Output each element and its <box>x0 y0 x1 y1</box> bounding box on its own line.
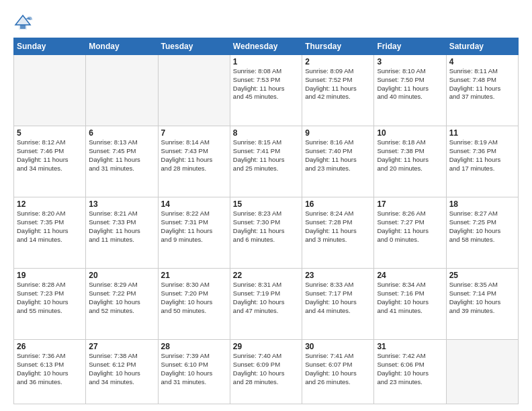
day-info: Sunrise: 8:29 AM Sunset: 7:22 PM Dayligh… <box>89 281 154 315</box>
calendar-day-18: 18Sunrise: 8:27 AM Sunset: 7:25 PM Dayli… <box>446 197 518 269</box>
calendar-day-3: 3Sunrise: 8:10 AM Sunset: 7:50 PM Daylig… <box>374 55 446 126</box>
day-number: 15 <box>233 199 299 209</box>
day-info: Sunrise: 8:27 AM Sunset: 7:25 PM Dayligh… <box>449 210 515 244</box>
day-info: Sunrise: 8:13 AM Sunset: 7:45 PM Dayligh… <box>89 138 154 173</box>
day-number: 10 <box>377 128 443 138</box>
day-info: Sunrise: 8:09 AM Sunset: 7:52 PM Dayligh… <box>305 67 371 101</box>
day-info: Sunrise: 8:12 AM Sunset: 7:46 PM Dayligh… <box>17 138 83 173</box>
day-number: 4 <box>449 57 515 66</box>
day-number: 28 <box>161 342 227 351</box>
day-number: 6 <box>89 128 154 138</box>
calendar-week-row: 12Sunrise: 8:20 AM Sunset: 7:35 PM Dayli… <box>14 197 519 269</box>
day-number: 9 <box>305 128 371 138</box>
day-number: 7 <box>161 128 227 138</box>
svg-rect-3 <box>20 25 26 29</box>
calendar-day-22: 22Sunrise: 8:31 AM Sunset: 7:19 PM Dayli… <box>230 269 302 340</box>
day-info: Sunrise: 8:21 AM Sunset: 7:33 PM Dayligh… <box>89 210 154 244</box>
day-number: 25 <box>449 271 515 280</box>
day-info: Sunrise: 7:41 AM Sunset: 6:07 PM Dayligh… <box>305 352 371 386</box>
day-info: Sunrise: 8:18 AM Sunset: 7:38 PM Dayligh… <box>377 138 443 173</box>
day-info: Sunrise: 8:30 AM Sunset: 7:20 PM Dayligh… <box>161 281 227 315</box>
calendar-week-row: 1Sunrise: 8:08 AM Sunset: 7:53 PM Daylig… <box>14 55 519 126</box>
day-info: Sunrise: 8:26 AM Sunset: 7:27 PM Dayligh… <box>377 210 443 244</box>
calendar-week-row: 5Sunrise: 8:12 AM Sunset: 7:46 PM Daylig… <box>14 126 519 197</box>
day-info: Sunrise: 8:16 AM Sunset: 7:40 PM Dayligh… <box>305 138 371 173</box>
weekday-header-thursday: Thursday <box>302 38 374 55</box>
day-number: 16 <box>305 199 371 209</box>
calendar-day-9: 9Sunrise: 8:16 AM Sunset: 7:40 PM Daylig… <box>302 126 374 197</box>
calendar-day-28: 28Sunrise: 7:39 AM Sunset: 6:10 PM Dayli… <box>158 340 230 404</box>
day-number: 19 <box>17 271 83 280</box>
calendar-day-15: 15Sunrise: 8:23 AM Sunset: 7:30 PM Dayli… <box>230 197 302 269</box>
day-number: 8 <box>233 128 299 138</box>
weekday-header-wednesday: Wednesday <box>230 38 302 55</box>
calendar-day-27: 27Sunrise: 7:38 AM Sunset: 6:12 PM Dayli… <box>86 340 158 404</box>
day-info: Sunrise: 8:08 AM Sunset: 7:53 PM Dayligh… <box>233 67 299 101</box>
day-info: Sunrise: 8:15 AM Sunset: 7:41 PM Dayligh… <box>233 138 299 173</box>
calendar-day-25: 25Sunrise: 8:35 AM Sunset: 7:14 PM Dayli… <box>446 269 518 340</box>
calendar-day-5: 5Sunrise: 8:12 AM Sunset: 7:46 PM Daylig… <box>14 126 86 197</box>
day-info: Sunrise: 7:42 AM Sunset: 6:06 PM Dayligh… <box>377 352 443 386</box>
calendar-day-7: 7Sunrise: 8:14 AM Sunset: 7:43 PM Daylig… <box>158 126 230 197</box>
day-number: 3 <box>377 57 443 66</box>
day-info: Sunrise: 8:20 AM Sunset: 7:35 PM Dayligh… <box>17 210 83 244</box>
day-info: Sunrise: 7:36 AM Sunset: 6:13 PM Dayligh… <box>17 352 83 386</box>
calendar-empty <box>446 340 518 404</box>
calendar-day-31: 31Sunrise: 7:42 AM Sunset: 6:06 PM Dayli… <box>374 340 446 404</box>
calendar-table: SundayMondayTuesdayWednesdayThursdayFrid… <box>13 38 519 404</box>
day-number: 18 <box>449 199 515 209</box>
calendar-day-6: 6Sunrise: 8:13 AM Sunset: 7:45 PM Daylig… <box>86 126 158 197</box>
day-number: 29 <box>233 342 299 351</box>
calendar-day-10: 10Sunrise: 8:18 AM Sunset: 7:38 PM Dayli… <box>374 126 446 197</box>
day-number: 17 <box>377 199 443 209</box>
calendar-day-1: 1Sunrise: 8:08 AM Sunset: 7:53 PM Daylig… <box>230 55 302 126</box>
calendar-day-21: 21Sunrise: 8:30 AM Sunset: 7:20 PM Dayli… <box>158 269 230 340</box>
calendar-day-19: 19Sunrise: 8:28 AM Sunset: 7:23 PM Dayli… <box>14 269 86 340</box>
day-info: Sunrise: 8:23 AM Sunset: 7:30 PM Dayligh… <box>233 210 299 244</box>
calendar-day-11: 11Sunrise: 8:19 AM Sunset: 7:36 PM Dayli… <box>446 126 518 197</box>
day-info: Sunrise: 8:31 AM Sunset: 7:19 PM Dayligh… <box>233 281 299 315</box>
weekday-header-sunday: Sunday <box>14 38 86 55</box>
day-number: 22 <box>233 271 299 280</box>
calendar-day-8: 8Sunrise: 8:15 AM Sunset: 7:41 PM Daylig… <box>230 126 302 197</box>
calendar-day-23: 23Sunrise: 8:33 AM Sunset: 7:17 PM Dayli… <box>302 269 374 340</box>
calendar-day-13: 13Sunrise: 8:21 AM Sunset: 7:33 PM Dayli… <box>86 197 158 269</box>
calendar-day-14: 14Sunrise: 8:22 AM Sunset: 7:31 PM Dayli… <box>158 197 230 269</box>
day-number: 23 <box>305 271 371 280</box>
header <box>13 12 519 31</box>
calendar-day-26: 26Sunrise: 7:36 AM Sunset: 6:13 PM Dayli… <box>14 340 86 404</box>
calendar-day-24: 24Sunrise: 8:34 AM Sunset: 7:16 PM Dayli… <box>374 269 446 340</box>
day-info: Sunrise: 8:34 AM Sunset: 7:16 PM Dayligh… <box>377 281 443 315</box>
weekday-header-monday: Monday <box>86 38 158 55</box>
calendar-day-17: 17Sunrise: 8:26 AM Sunset: 7:27 PM Dayli… <box>374 197 446 269</box>
day-info: Sunrise: 8:33 AM Sunset: 7:17 PM Dayligh… <box>305 281 371 315</box>
day-number: 13 <box>89 199 154 209</box>
day-info: Sunrise: 7:38 AM Sunset: 6:12 PM Dayligh… <box>89 352 154 386</box>
weekday-header-friday: Friday <box>374 38 446 55</box>
day-number: 2 <box>305 57 371 66</box>
calendar-day-20: 20Sunrise: 8:29 AM Sunset: 7:22 PM Dayli… <box>86 269 158 340</box>
calendar-empty <box>86 55 158 126</box>
day-number: 12 <box>17 199 83 209</box>
day-info: Sunrise: 8:28 AM Sunset: 7:23 PM Dayligh… <box>17 281 83 315</box>
day-number: 11 <box>449 128 515 138</box>
day-info: Sunrise: 8:35 AM Sunset: 7:14 PM Dayligh… <box>449 281 515 315</box>
day-info: Sunrise: 8:10 AM Sunset: 7:50 PM Dayligh… <box>377 67 443 101</box>
weekday-header-saturday: Saturday <box>446 38 518 55</box>
day-info: Sunrise: 8:22 AM Sunset: 7:31 PM Dayligh… <box>161 210 227 244</box>
logo-icon <box>13 12 32 31</box>
day-info: Sunrise: 8:24 AM Sunset: 7:28 PM Dayligh… <box>305 210 371 244</box>
calendar-day-30: 30Sunrise: 7:41 AM Sunset: 6:07 PM Dayli… <box>302 340 374 404</box>
day-info: Sunrise: 8:19 AM Sunset: 7:36 PM Dayligh… <box>449 138 515 173</box>
day-number: 5 <box>17 128 83 138</box>
day-number: 27 <box>89 342 154 351</box>
logo <box>13 12 35 31</box>
day-info: Sunrise: 8:14 AM Sunset: 7:43 PM Dayligh… <box>161 138 227 173</box>
calendar-day-2: 2Sunrise: 8:09 AM Sunset: 7:52 PM Daylig… <box>302 55 374 126</box>
calendar-day-12: 12Sunrise: 8:20 AM Sunset: 7:35 PM Dayli… <box>14 197 86 269</box>
calendar-day-29: 29Sunrise: 7:40 AM Sunset: 6:09 PM Dayli… <box>230 340 302 404</box>
day-number: 30 <box>305 342 371 351</box>
day-info: Sunrise: 8:11 AM Sunset: 7:48 PM Dayligh… <box>449 67 515 101</box>
day-number: 31 <box>377 342 443 351</box>
weekday-header-row: SundayMondayTuesdayWednesdayThursdayFrid… <box>14 38 519 55</box>
